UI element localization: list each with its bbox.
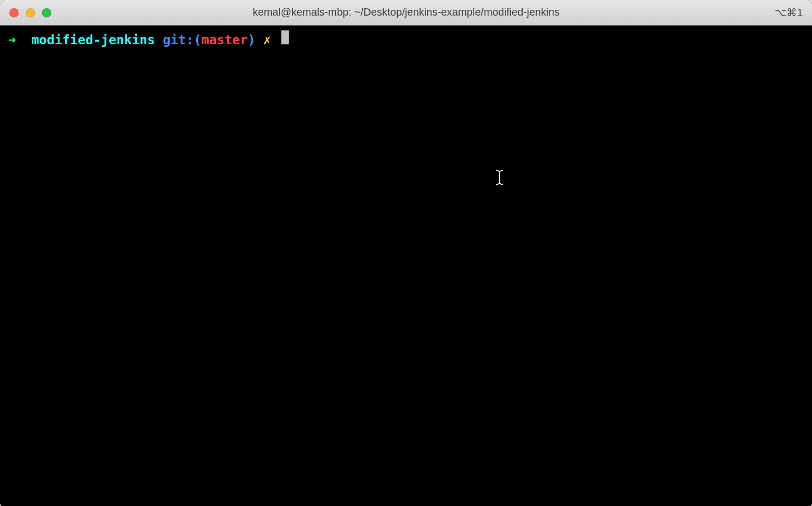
prompt-arrow-icon: ➜ <box>8 32 16 49</box>
prompt-line: ➜ modified-jenkins git:(master) ✗ <box>8 30 804 49</box>
window-titlebar[interactable]: kemal@kemals-mbp: ~/Desktop/jenkins-exam… <box>0 0 812 26</box>
terminal-cursor[interactable] <box>281 30 289 44</box>
prompt-branch: master <box>201 32 248 49</box>
window-minimize-button[interactable] <box>26 8 35 17</box>
window-maximize-button[interactable] <box>42 8 52 17</box>
prompt-paren-close: ) <box>248 32 256 49</box>
terminal-window: kemal@kemals-mbp: ~/Desktop/jenkins-exam… <box>0 0 812 506</box>
prompt-dirty-icon: ✗ <box>263 32 271 49</box>
window-title: kemal@kemals-mbp: ~/Desktop/jenkins-exam… <box>0 6 812 19</box>
traffic-lights <box>9 8 52 17</box>
terminal-body[interactable]: ➜ modified-jenkins git:(master) ✗ <box>0 26 812 506</box>
prompt-git-label: git: <box>163 32 194 49</box>
prompt-cwd: modified-jenkins <box>31 32 155 49</box>
window-close-button[interactable] <box>9 8 19 17</box>
window-shortcut-hint: ⌥⌘1 <box>775 6 803 19</box>
text-cursor-ibeam-icon <box>495 169 504 191</box>
prompt-paren-open: ( <box>194 32 201 49</box>
